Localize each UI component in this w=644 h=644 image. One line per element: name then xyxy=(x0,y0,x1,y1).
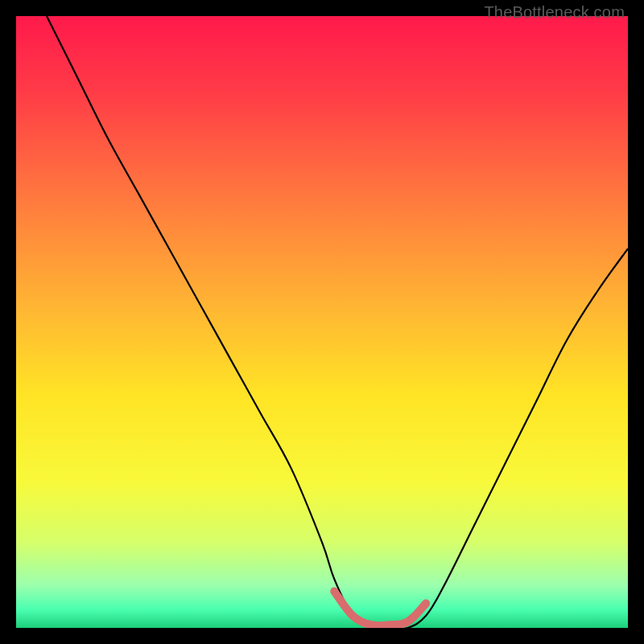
chart-background xyxy=(16,16,628,628)
chart-frame xyxy=(16,16,628,628)
watermark-text: TheBottleneck.com xyxy=(484,3,625,22)
bottleneck-chart xyxy=(16,16,628,628)
